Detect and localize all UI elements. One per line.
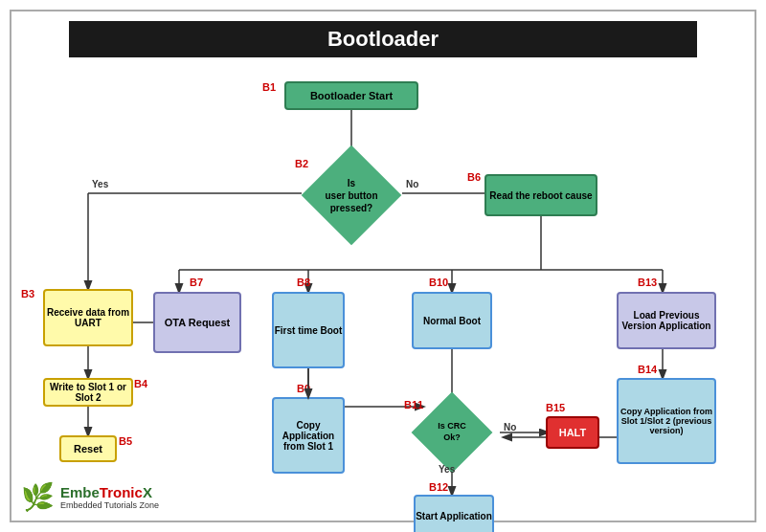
node-b1: Bootloader Start (284, 81, 418, 110)
node-b7: OTA Request (153, 292, 241, 353)
node-b15: HALT (546, 416, 599, 449)
node-b4: Write to Slot 1 or Slot 2 (43, 378, 133, 407)
yes-label-b2: Yes (92, 179, 108, 189)
node-b5: Reset (59, 435, 117, 462)
label-b13: B13 (638, 277, 657, 288)
label-b15: B15 (546, 402, 565, 413)
label-b8: B8 (297, 277, 310, 288)
yes-label-b11: Yes (439, 464, 455, 475)
no-label-b2: No (406, 179, 418, 189)
label-b1: B1 (262, 81, 276, 93)
logo-text: EmbeTronicX Embedded Tutorials Zone (60, 484, 159, 510)
page-title: Bootloader (69, 21, 697, 57)
node-b11: Is CRCOk? (412, 392, 493, 474)
label-b7: B7 (190, 277, 203, 288)
node-b12: Start Application (414, 495, 494, 532)
label-b2: B2 (295, 158, 308, 169)
label-b12: B12 (429, 481, 448, 493)
tree-icon: 🌿 (21, 481, 55, 513)
logo-sub: Embedded Tutorials Zone (60, 500, 159, 510)
node-b2: Isuser buttonpressed? (302, 145, 402, 246)
node-b10: Normal Boot (412, 292, 492, 349)
label-b11: B11 (404, 399, 423, 410)
label-b4: B4 (134, 378, 147, 389)
label-b6: B6 (467, 171, 481, 183)
node-b9: Copy Application from Slot 1 (272, 397, 345, 474)
flowchart: Bootloader Start B1 Isuser buttonpressed… (11, 64, 755, 521)
node-b3: Receive data from UART (43, 289, 133, 346)
no-label-b11: No (504, 422, 516, 432)
label-b3: B3 (21, 288, 34, 299)
label-b10: B10 (429, 277, 448, 288)
label-b5: B5 (119, 435, 132, 447)
label-b9: B9 (297, 383, 310, 394)
label-b14: B14 (638, 364, 657, 375)
diagram-container: Bootloader (10, 10, 756, 522)
logo-area: 🌿 EmbeTronicX Embedded Tutorials Zone (21, 481, 159, 513)
node-b6: Read the reboot cause (484, 174, 597, 216)
node-b8: First time Boot (272, 292, 345, 368)
logo-main: EmbeTronicX (60, 484, 159, 500)
node-b14: Copy Application from Slot 1/Slot 2 (pre… (617, 378, 716, 464)
node-b13: Load Previous Version Application (617, 292, 716, 349)
